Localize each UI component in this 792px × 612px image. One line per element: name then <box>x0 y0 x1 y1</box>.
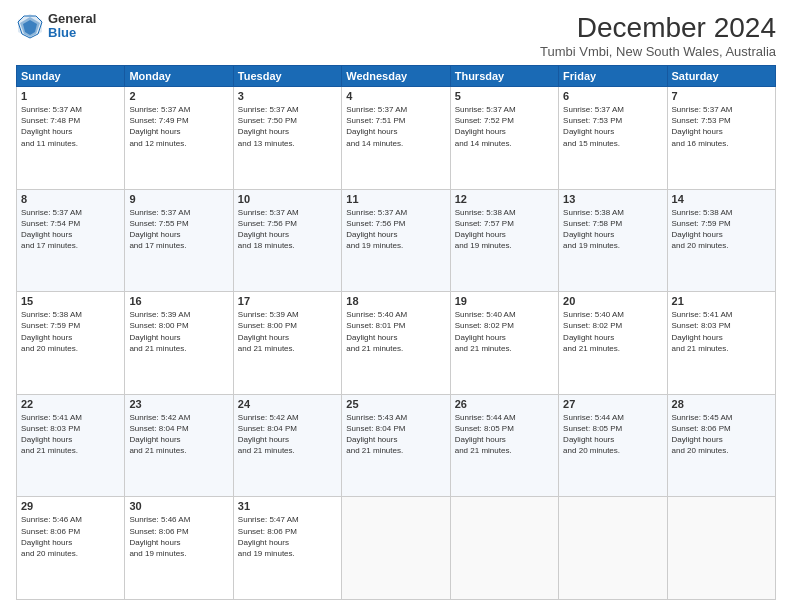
calendar-cell: 7 Sunrise: 5:37 AMSunset: 7:53 PMDayligh… <box>667 87 775 190</box>
calendar-cell: 20 Sunrise: 5:40 AMSunset: 8:02 PMDaylig… <box>559 292 667 395</box>
calendar-table: SundayMondayTuesdayWednesdayThursdayFrid… <box>16 65 776 600</box>
day-number: 12 <box>455 193 554 205</box>
cell-content: Sunrise: 5:38 AMSunset: 7:57 PMDaylight … <box>455 207 554 252</box>
cell-content: Sunrise: 5:37 AMSunset: 7:52 PMDaylight … <box>455 104 554 149</box>
calendar-cell: 17 Sunrise: 5:39 AMSunset: 8:00 PMDaylig… <box>233 292 341 395</box>
cell-content: Sunrise: 5:37 AMSunset: 7:50 PMDaylight … <box>238 104 337 149</box>
calendar-cell: 4 Sunrise: 5:37 AMSunset: 7:51 PMDayligh… <box>342 87 450 190</box>
day-number: 3 <box>238 90 337 102</box>
day-number: 31 <box>238 500 337 512</box>
day-number: 19 <box>455 295 554 307</box>
day-number: 22 <box>21 398 120 410</box>
calendar-cell: 8 Sunrise: 5:37 AMSunset: 7:54 PMDayligh… <box>17 189 125 292</box>
day-number: 17 <box>238 295 337 307</box>
calendar-day-header: Monday <box>125 66 233 87</box>
calendar-week-row: 1 Sunrise: 5:37 AMSunset: 7:48 PMDayligh… <box>17 87 776 190</box>
calendar-cell: 10 Sunrise: 5:37 AMSunset: 7:56 PMDaylig… <box>233 189 341 292</box>
calendar-day-header: Sunday <box>17 66 125 87</box>
day-number: 27 <box>563 398 662 410</box>
calendar-cell: 2 Sunrise: 5:37 AMSunset: 7:49 PMDayligh… <box>125 87 233 190</box>
day-number: 7 <box>672 90 771 102</box>
day-number: 25 <box>346 398 445 410</box>
calendar-cell <box>342 497 450 600</box>
calendar-cell: 19 Sunrise: 5:40 AMSunset: 8:02 PMDaylig… <box>450 292 558 395</box>
calendar-cell: 22 Sunrise: 5:41 AMSunset: 8:03 PMDaylig… <box>17 394 125 497</box>
calendar-cell: 21 Sunrise: 5:41 AMSunset: 8:03 PMDaylig… <box>667 292 775 395</box>
calendar-day-header: Friday <box>559 66 667 87</box>
calendar-day-header: Thursday <box>450 66 558 87</box>
calendar-cell: 9 Sunrise: 5:37 AMSunset: 7:55 PMDayligh… <box>125 189 233 292</box>
day-number: 26 <box>455 398 554 410</box>
calendar-cell: 16 Sunrise: 5:39 AMSunset: 8:00 PMDaylig… <box>125 292 233 395</box>
cell-content: Sunrise: 5:37 AMSunset: 7:56 PMDaylight … <box>238 207 337 252</box>
cell-content: Sunrise: 5:37 AMSunset: 7:53 PMDaylight … <box>672 104 771 149</box>
day-number: 21 <box>672 295 771 307</box>
logo: General Blue <box>16 12 96 41</box>
day-number: 18 <box>346 295 445 307</box>
cell-content: Sunrise: 5:39 AMSunset: 8:00 PMDaylight … <box>129 309 228 354</box>
calendar-cell: 5 Sunrise: 5:37 AMSunset: 7:52 PMDayligh… <box>450 87 558 190</box>
calendar-day-header: Saturday <box>667 66 775 87</box>
cell-content: Sunrise: 5:45 AMSunset: 8:06 PMDaylight … <box>672 412 771 457</box>
location: Tumbi Vmbi, New South Wales, Australia <box>540 44 776 59</box>
calendar-cell: 24 Sunrise: 5:42 AMSunset: 8:04 PMDaylig… <box>233 394 341 497</box>
calendar-cell: 11 Sunrise: 5:37 AMSunset: 7:56 PMDaylig… <box>342 189 450 292</box>
day-number: 1 <box>21 90 120 102</box>
day-number: 4 <box>346 90 445 102</box>
cell-content: Sunrise: 5:38 AMSunset: 7:59 PMDaylight … <box>672 207 771 252</box>
calendar-week-row: 22 Sunrise: 5:41 AMSunset: 8:03 PMDaylig… <box>17 394 776 497</box>
calendar-cell: 23 Sunrise: 5:42 AMSunset: 8:04 PMDaylig… <box>125 394 233 497</box>
calendar-cell: 27 Sunrise: 5:44 AMSunset: 8:05 PMDaylig… <box>559 394 667 497</box>
cell-content: Sunrise: 5:38 AMSunset: 7:58 PMDaylight … <box>563 207 662 252</box>
calendar-week-row: 29 Sunrise: 5:46 AMSunset: 8:06 PMDaylig… <box>17 497 776 600</box>
cell-content: Sunrise: 5:47 AMSunset: 8:06 PMDaylight … <box>238 514 337 559</box>
day-number: 23 <box>129 398 228 410</box>
day-number: 20 <box>563 295 662 307</box>
calendar-cell: 15 Sunrise: 5:38 AMSunset: 7:59 PMDaylig… <box>17 292 125 395</box>
day-number: 5 <box>455 90 554 102</box>
calendar-cell: 18 Sunrise: 5:40 AMSunset: 8:01 PMDaylig… <box>342 292 450 395</box>
day-number: 28 <box>672 398 771 410</box>
cell-content: Sunrise: 5:37 AMSunset: 7:53 PMDaylight … <box>563 104 662 149</box>
calendar-cell: 1 Sunrise: 5:37 AMSunset: 7:48 PMDayligh… <box>17 87 125 190</box>
day-number: 6 <box>563 90 662 102</box>
calendar-week-row: 8 Sunrise: 5:37 AMSunset: 7:54 PMDayligh… <box>17 189 776 292</box>
cell-content: Sunrise: 5:37 AMSunset: 7:51 PMDaylight … <box>346 104 445 149</box>
calendar-cell <box>450 497 558 600</box>
day-number: 15 <box>21 295 120 307</box>
day-number: 30 <box>129 500 228 512</box>
calendar-cell <box>559 497 667 600</box>
day-number: 13 <box>563 193 662 205</box>
header: General Blue December 2024 Tumbi Vmbi, N… <box>16 12 776 59</box>
day-number: 29 <box>21 500 120 512</box>
logo-text: General Blue <box>48 12 96 41</box>
cell-content: Sunrise: 5:37 AMSunset: 7:48 PMDaylight … <box>21 104 120 149</box>
cell-content: Sunrise: 5:44 AMSunset: 8:05 PMDaylight … <box>563 412 662 457</box>
cell-content: Sunrise: 5:41 AMSunset: 8:03 PMDaylight … <box>672 309 771 354</box>
month-title: December 2024 <box>540 12 776 44</box>
cell-content: Sunrise: 5:42 AMSunset: 8:04 PMDaylight … <box>238 412 337 457</box>
calendar-cell: 12 Sunrise: 5:38 AMSunset: 7:57 PMDaylig… <box>450 189 558 292</box>
cell-content: Sunrise: 5:40 AMSunset: 8:02 PMDaylight … <box>563 309 662 354</box>
cell-content: Sunrise: 5:44 AMSunset: 8:05 PMDaylight … <box>455 412 554 457</box>
day-number: 11 <box>346 193 445 205</box>
day-number: 14 <box>672 193 771 205</box>
calendar-cell: 31 Sunrise: 5:47 AMSunset: 8:06 PMDaylig… <box>233 497 341 600</box>
cell-content: Sunrise: 5:37 AMSunset: 7:49 PMDaylight … <box>129 104 228 149</box>
cell-content: Sunrise: 5:42 AMSunset: 8:04 PMDaylight … <box>129 412 228 457</box>
cell-content: Sunrise: 5:37 AMSunset: 7:55 PMDaylight … <box>129 207 228 252</box>
calendar-cell: 14 Sunrise: 5:38 AMSunset: 7:59 PMDaylig… <box>667 189 775 292</box>
cell-content: Sunrise: 5:38 AMSunset: 7:59 PMDaylight … <box>21 309 120 354</box>
cell-content: Sunrise: 5:39 AMSunset: 8:00 PMDaylight … <box>238 309 337 354</box>
day-number: 8 <box>21 193 120 205</box>
day-number: 16 <box>129 295 228 307</box>
calendar-cell: 6 Sunrise: 5:37 AMSunset: 7:53 PMDayligh… <box>559 87 667 190</box>
calendar-day-header: Wednesday <box>342 66 450 87</box>
title-block: December 2024 Tumbi Vmbi, New South Wale… <box>540 12 776 59</box>
day-number: 24 <box>238 398 337 410</box>
day-number: 9 <box>129 193 228 205</box>
day-number: 2 <box>129 90 228 102</box>
cell-content: Sunrise: 5:37 AMSunset: 7:56 PMDaylight … <box>346 207 445 252</box>
cell-content: Sunrise: 5:40 AMSunset: 8:01 PMDaylight … <box>346 309 445 354</box>
calendar-header-row: SundayMondayTuesdayWednesdayThursdayFrid… <box>17 66 776 87</box>
